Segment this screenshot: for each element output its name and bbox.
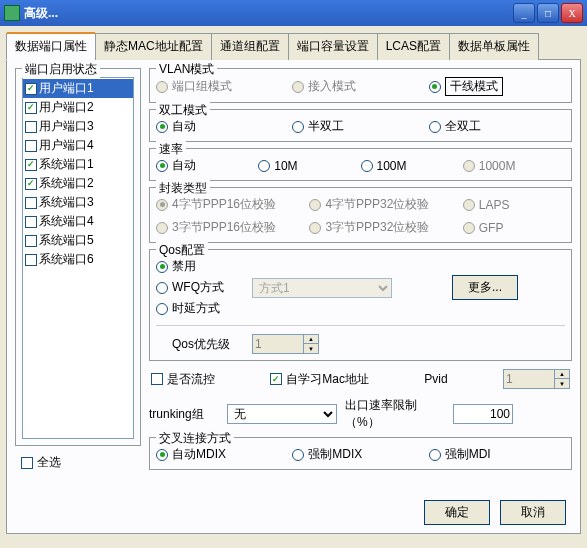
encaps-gfp-radio <box>463 222 475 234</box>
port-item[interactable]: 系统端口6 <box>23 250 133 269</box>
port-label: 系统端口1 <box>39 156 94 173</box>
rate-10m-radio[interactable] <box>258 160 270 172</box>
vlan-trunk-radio[interactable] <box>429 81 441 93</box>
trunk-select[interactable]: 无 <box>227 404 337 424</box>
qos-legend: Qos配置 <box>156 242 208 259</box>
pvid-down: ▼ <box>555 379 569 388</box>
qos-disable-radio[interactable] <box>156 261 168 273</box>
duplex-half-label: 半双工 <box>308 118 344 135</box>
port-item[interactable]: 用户端口3 <box>23 117 133 136</box>
duplex-auto-label: 自动 <box>172 118 196 135</box>
encaps-legend: 封装类型 <box>156 180 210 197</box>
tab-static-mac[interactable]: 静态MAC地址配置 <box>95 33 212 60</box>
conn-forcemdix-radio[interactable] <box>292 449 304 461</box>
rate-auto-label: 自动 <box>172 157 196 174</box>
port-item[interactable]: 用户端口1 <box>23 79 133 98</box>
vlan-access-radio <box>292 81 304 93</box>
port-label: 系统端口4 <box>39 213 94 230</box>
vlan-access-label: 接入模式 <box>308 78 356 95</box>
tab-board-attr[interactable]: 数据单板属性 <box>449 33 539 60</box>
minimize-button[interactable]: _ <box>513 3 535 23</box>
port-label: 系统端口6 <box>39 251 94 268</box>
port-checkbox[interactable] <box>25 235 37 247</box>
vlan-group: VLAN模式 端口组模式 接入模式 干线模式 <box>149 68 572 103</box>
port-checkbox[interactable] <box>25 83 37 95</box>
encaps-ppp16-4-label: 4字节PPP16位校验 <box>172 196 276 213</box>
encaps-ppp32-3-radio <box>309 222 321 234</box>
tab-row: 数据端口属性 静态MAC地址配置 通道组配置 端口容量设置 LCAS配置 数据单… <box>6 32 581 60</box>
port-label: 用户端口3 <box>39 118 94 135</box>
egress-rate-label: 出口速率限制（%） <box>345 397 445 431</box>
ok-button[interactable]: 确定 <box>424 500 490 525</box>
titlebar: 高级... _ □ X <box>0 0 587 26</box>
flowctl-checkbox[interactable] <box>151 373 163 385</box>
window-title: 高级... <box>24 5 511 22</box>
port-label: 用户端口4 <box>39 137 94 154</box>
port-checkbox[interactable] <box>25 159 37 171</box>
tab-port-capacity[interactable]: 端口容量设置 <box>288 33 378 60</box>
port-label: 系统端口2 <box>39 175 94 192</box>
tab-lcas[interactable]: LCAS配置 <box>377 33 450 60</box>
port-item[interactable]: 系统端口1 <box>23 155 133 174</box>
qos-wfq-radio[interactable] <box>156 282 168 294</box>
port-list[interactable]: 用户端口1用户端口2用户端口3用户端口4系统端口1系统端口2系统端口3系统端口4… <box>22 77 134 439</box>
egress-rate-input[interactable] <box>453 404 513 424</box>
conn-forcemdi-radio[interactable] <box>429 449 441 461</box>
port-label: 系统端口5 <box>39 232 94 249</box>
maximize-button[interactable]: □ <box>537 3 559 23</box>
port-item[interactable]: 系统端口4 <box>23 212 133 231</box>
port-checkbox[interactable] <box>25 102 37 114</box>
conn-automdix-label: 自动MDIX <box>172 446 226 463</box>
tab-channel-group[interactable]: 通道组配置 <box>211 33 289 60</box>
qos-method-select: 方式1 <box>252 278 392 298</box>
rate-100m-radio[interactable] <box>361 160 373 172</box>
rate-auto-radio[interactable] <box>156 160 168 172</box>
automac-checkbox[interactable] <box>270 373 282 385</box>
duplex-auto-radio[interactable] <box>156 121 168 133</box>
port-item[interactable]: 系统端口5 <box>23 231 133 250</box>
qos-wfq-label: WFQ方式 <box>172 279 224 296</box>
encaps-ppp16-3-label: 3字节PPP16位校验 <box>172 219 276 236</box>
port-item[interactable]: 系统端口3 <box>23 193 133 212</box>
conn-automdix-radio[interactable] <box>156 449 168 461</box>
close-button[interactable]: X <box>561 3 583 23</box>
duplex-half-radio[interactable] <box>292 121 304 133</box>
port-label: 用户端口2 <box>39 99 94 116</box>
trunk-label: trunking组 <box>149 406 219 423</box>
qos-delay-radio[interactable] <box>156 303 168 315</box>
encaps-gfp-label: GFP <box>479 221 504 235</box>
select-all-checkbox[interactable] <box>21 457 33 469</box>
duplex-group: 双工模式 自动 半双工 全双工 <box>149 109 572 142</box>
port-checkbox[interactable] <box>25 121 37 133</box>
qos-prio-up: ▲ <box>304 335 318 344</box>
conn-forcemdix-label: 强制MDIX <box>308 446 362 463</box>
duplex-full-label: 全双工 <box>445 118 481 135</box>
encaps-group: 封装类型 4字节PPP16位校验 4字节PPP32位校验 LAPS 3字节PPP… <box>149 187 572 243</box>
port-checkbox[interactable] <box>25 178 37 190</box>
pvid-input <box>503 369 555 389</box>
encaps-laps-radio <box>463 199 475 211</box>
pvid-up: ▲ <box>555 370 569 379</box>
port-checkbox[interactable] <box>25 254 37 266</box>
cancel-button[interactable]: 取消 <box>500 500 566 525</box>
vlan-legend: VLAN模式 <box>156 61 217 78</box>
encaps-ppp32-4-label: 4字节PPP32位校验 <box>325 196 429 213</box>
qos-delay-label: 时延方式 <box>172 300 220 317</box>
pvid-label: Pvid <box>424 372 447 386</box>
port-checkbox[interactable] <box>25 197 37 209</box>
duplex-full-radio[interactable] <box>429 121 441 133</box>
rate-1000m-radio <box>463 160 475 172</box>
port-checkbox[interactable] <box>25 140 37 152</box>
tab-port-attr[interactable]: 数据端口属性 <box>6 33 96 60</box>
port-item[interactable]: 用户端口2 <box>23 98 133 117</box>
qos-priority-input <box>252 334 304 354</box>
port-item[interactable]: 用户端口4 <box>23 136 133 155</box>
port-item[interactable]: 系统端口2 <box>23 174 133 193</box>
rate-100m-label: 100M <box>377 159 407 173</box>
port-checkbox[interactable] <box>25 216 37 228</box>
vlan-portgroup-label: 端口组模式 <box>172 78 232 95</box>
qos-more-button[interactable]: 更多... <box>452 275 518 300</box>
encaps-ppp32-4-radio <box>309 199 321 211</box>
flowctl-label: 是否流控 <box>167 371 215 388</box>
app-icon <box>4 5 20 21</box>
